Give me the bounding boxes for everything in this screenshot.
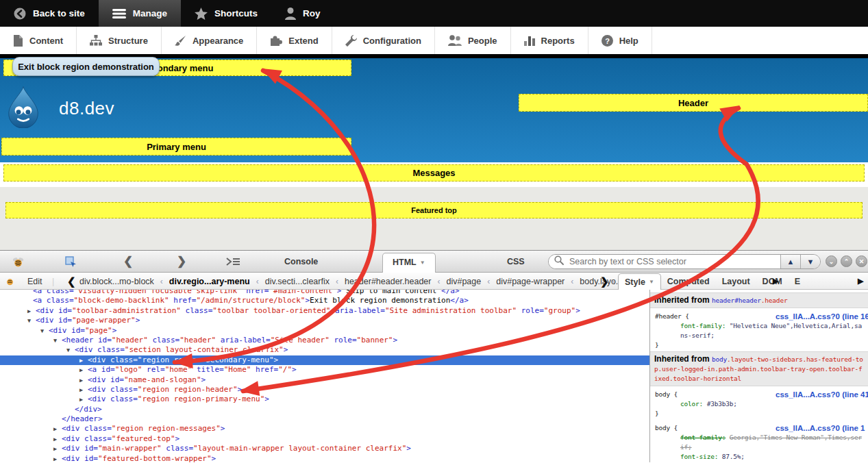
breadcrumb-item[interactable]: div#page [446, 277, 481, 286]
tree-node[interactable]: ▶<div id="main-wrapper" class="layout-ma… [0, 444, 649, 453]
twisty-collapsed-icon[interactable]: ▶ [79, 385, 88, 395]
css-declaration[interactable]: font-size: 87.5%; [650, 452, 868, 462]
side-tab-layout[interactable]: Layout [716, 277, 756, 286]
inspect-element-icon[interactable] [65, 251, 77, 273]
tree-node[interactable]: ▶<div id="toolbar-administration" class=… [0, 306, 649, 316]
twisty-collapsed-icon[interactable]: ▶ [79, 355, 88, 365]
tree-node[interactable]: ▼<div id="page-wrapper"> [0, 316, 649, 325]
twisty-collapsed-icon[interactable]: ▶ [79, 395, 88, 404]
tab-css[interactable]: CSS [507, 251, 525, 273]
side-tab-e[interactable]: E [789, 277, 806, 286]
css-declaration[interactable]: color: #3b3b3b; [650, 399, 868, 409]
tree-node[interactable]: </header> [0, 414, 649, 424]
close-panel-button[interactable]: ✕ [856, 255, 867, 267]
tray-item-content[interactable]: Content [0, 27, 77, 54]
breadcrumb-scroll-right-icon[interactable]: ❯ [600, 273, 609, 290]
side-panel-scroll-icon[interactable]: ▶ [858, 273, 863, 290]
tray-item-people[interactable]: People [435, 27, 511, 54]
side-tab-computed[interactable]: Computed [661, 277, 716, 286]
tree-node[interactable]: ▶<div class="region region-header"> [0, 385, 649, 395]
side-tabs-more-icon[interactable]: ▶ [773, 273, 778, 290]
twisty-collapsed-icon[interactable]: ▶ [53, 444, 62, 453]
code-token: "banner" [357, 336, 393, 345]
search-input[interactable] [568, 256, 775, 267]
tree-node[interactable]: ▼<div id="page"> [0, 326, 649, 336]
breadcrumb-item[interactable]: div.secti...clearfix [265, 277, 330, 286]
exit-demo-button[interactable]: Exit block region demonstration [12, 57, 160, 76]
tray-item-extend[interactable]: Extend [257, 27, 332, 54]
people-icon [448, 35, 462, 47]
tab-html[interactable]: HTML▼ [382, 253, 436, 273]
tree-node[interactable]: <a class="block-demo-backlink" href="/ad… [0, 296, 649, 305]
breadcrumb-item[interactable]: div.regio...ary-menu [169, 277, 250, 286]
tree-node[interactable]: ▼<div class="section layout-container cl… [0, 345, 649, 355]
firebug-mini-icon[interactable] [5, 273, 14, 290]
code-token: href= [169, 296, 197, 305]
tray-item-reports[interactable]: Reports [511, 27, 588, 54]
tree-node[interactable]: ▶<div class="featured-top"> [0, 434, 649, 444]
tree-node[interactable]: </div> [0, 405, 649, 414]
twisty-collapsed-icon[interactable]: ▶ [53, 424, 62, 434]
twisty-collapsed-icon[interactable]: ▶ [53, 434, 62, 444]
css-declaration[interactable]: font-family: "Helvetica Neue",Helvetica,… [650, 321, 868, 340]
tree-node[interactable]: ▼<header id="header" class="header" aria… [0, 336, 649, 345]
css-declaration[interactable]: font-family: Georgia,"Times New Roman",T… [650, 433, 868, 452]
twisty-expanded-icon[interactable]: ▼ [27, 316, 36, 325]
tray-item-appearance[interactable]: Appearance [162, 27, 257, 54]
css-file-link[interactable]: css_llA...A.css?0 (line 16 [776, 312, 868, 321]
css-file-link[interactable]: css_llA...A.css?0 (line 41 [776, 390, 868, 399]
twisty-collapsed-icon[interactable]: ▶ [27, 306, 36, 316]
tree-node-selected[interactable]: ▶<div class="region region-secondary-men… [0, 355, 649, 365]
tray-item-structure[interactable]: Structure [77, 27, 162, 54]
tree-node[interactable]: ▶<div class="region region-primary-menu"… [0, 395, 649, 404]
code-token: href= [251, 365, 278, 374]
search-prev-button[interactable]: ▲ [780, 255, 800, 268]
code-token: Skip to main content [346, 290, 441, 295]
breadcrumb-separator-icon: ‹ [437, 277, 440, 286]
admin-item-manage[interactable]: Manage [99, 0, 181, 27]
css-declaration[interactable]: line-height: 1.5; [650, 462, 868, 462]
tree-node[interactable]: ▶<div id="featured-bottom-wrapper"> [0, 454, 649, 462]
code-token: <a id= [88, 365, 115, 374]
selector-token[interactable]: body [712, 355, 727, 363]
twisty-expanded-icon[interactable]: ▼ [53, 336, 62, 345]
tree-node[interactable]: ▶<a id="logo" rel="home" title="Home" hr… [0, 365, 649, 375]
inherited-from-label: Inherited from [654, 354, 712, 364]
side-scroll-left-icon[interactable]: ‹ [612, 273, 615, 290]
minimize-panel-button[interactable]: ⌄ [826, 255, 837, 267]
admin-item-back-to-site[interactable]: Back to site [0, 0, 99, 27]
tray-item-configuration[interactable]: Configuration [332, 27, 435, 54]
region-primary-label: Primary menu [147, 142, 206, 152]
css-file-link[interactable]: css_llA...A.css?0 (line 1 [776, 423, 865, 433]
twisty-collapsed-icon[interactable]: ▶ [79, 375, 88, 385]
site-branding[interactable]: d8.dev [4, 86, 114, 131]
selector-token[interactable]: .header [761, 297, 788, 304]
tree-node[interactable]: <a class="visually-hidden focusable skip… [0, 290, 649, 296]
side-tab-style[interactable]: Style▼ [618, 273, 661, 290]
style-inherited-header: Inherited from header#header.header [650, 292, 868, 308]
tree-node[interactable]: ▶<div class="region region-messages"> [0, 424, 649, 434]
maximize-panel-button[interactable]: ⌃ [841, 255, 852, 267]
firebug-icon[interactable] [12, 251, 24, 273]
history-forward-icon[interactable]: ❯ [177, 251, 186, 273]
history-back-icon[interactable]: ❮ [123, 251, 133, 273]
selector-token[interactable]: header#header [712, 297, 761, 304]
tray-item-help[interactable]: ?Help [588, 27, 652, 54]
twisty-expanded-icon[interactable]: ▼ [40, 326, 49, 336]
breadcrumb-item[interactable]: header#header.header [345, 277, 432, 286]
tab-console[interactable]: Console [284, 251, 318, 273]
admin-item-shortcuts[interactable]: Shortcuts [181, 0, 271, 27]
breadcrumb-item[interactable]: div.block...mo-block [79, 277, 154, 286]
css-property-name: font-size: [680, 453, 718, 460]
admin-item-user[interactable]: Roy [271, 0, 334, 27]
command-line-icon[interactable] [226, 251, 241, 273]
twisty-collapsed-icon[interactable]: ▶ [79, 365, 88, 375]
search-next-button[interactable]: ▼ [800, 255, 820, 268]
twisty-expanded-icon[interactable]: ▼ [66, 345, 75, 355]
edit-button[interactable]: Edit [27, 273, 42, 290]
tree-node[interactable]: ▶<div id="name-and-slogan"> [0, 375, 649, 385]
breadcrumb-item[interactable]: div#page-wrapper [496, 277, 565, 286]
extend-icon [270, 35, 282, 47]
breadcrumb-scroll-left-icon[interactable]: ❮ [67, 273, 76, 290]
twisty-collapsed-icon[interactable]: ▶ [53, 454, 62, 462]
